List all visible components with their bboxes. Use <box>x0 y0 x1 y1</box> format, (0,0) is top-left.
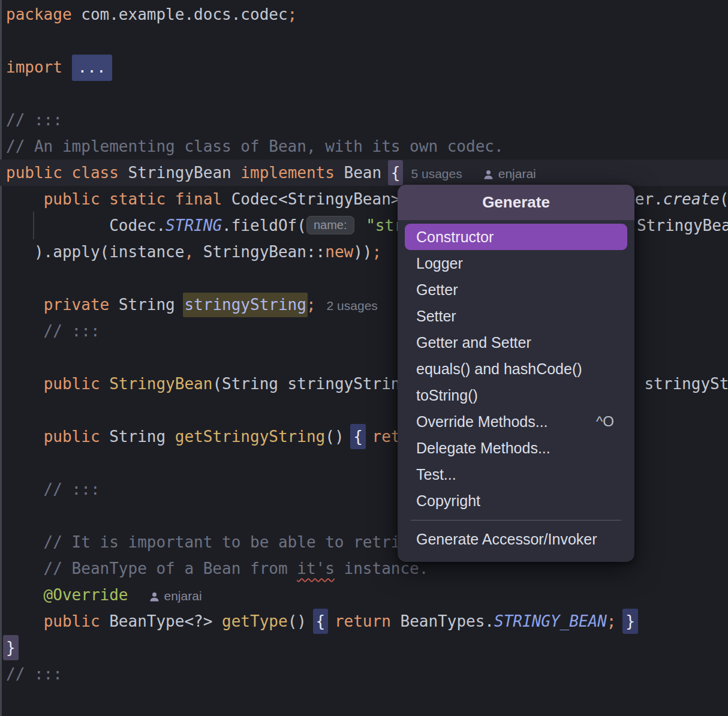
usages-inlay[interactable]: 2 usages <box>327 299 378 312</box>
code-token: Bean <box>335 164 391 182</box>
user-icon <box>483 169 494 180</box>
menu-item-override-methods[interactable]: Override Methods...^O <box>405 408 627 435</box>
vcs-author-inlay[interactable]: enjarai <box>483 167 536 180</box>
code-token: import <box>6 58 62 76</box>
code-token <box>100 375 110 393</box>
code-token: ; <box>288 5 297 23</box>
usages-inlay[interactable]: 5 usages <box>411 167 462 180</box>
code-token: STRINGY_BEAN <box>494 612 607 630</box>
code-token: create <box>663 190 720 208</box>
menu-item-getter[interactable]: Getter <box>405 276 627 303</box>
code-token: BeanTypes. <box>391 612 494 630</box>
author-name: enjarai <box>164 589 202 603</box>
param-name-hint: name: <box>306 216 354 234</box>
code-token: StringyBean <box>109 375 212 393</box>
code-token: StringyBean::getStringyString)) <box>637 212 728 239</box>
code-token <box>6 190 44 208</box>
code-line[interactable]: public class StringyBean implements Bean… <box>0 160 728 186</box>
code-token: // ::: <box>6 322 100 340</box>
code-token: class <box>72 164 119 182</box>
typo-word: it's <box>297 559 335 577</box>
code-token: private <box>44 296 110 314</box>
code-token: () <box>325 428 353 446</box>
code-token: String <box>109 296 184 314</box>
code-token: ; <box>372 243 382 261</box>
shortcut-hint: ^O <box>596 408 614 435</box>
menu-item-copyright[interactable]: Copyright <box>405 488 627 514</box>
code-token: ; <box>306 296 316 314</box>
author-name: enjarai <box>498 167 536 180</box>
code-token <box>6 375 44 393</box>
code-token: // It is important to be able to retriev… <box>6 533 466 551</box>
menu-item-label: Setter <box>416 303 456 329</box>
code-line[interactable]: @Overrideenjarai <box>0 582 728 608</box>
menu-item-logger[interactable]: Logger <box>405 250 627 276</box>
code-token: Codec. <box>6 216 166 234</box>
menu-item-constructor[interactable]: Constructor <box>405 224 627 250</box>
code-line[interactable]: } <box>0 634 728 661</box>
menu-item-test[interactable]: Test... <box>405 461 627 488</box>
menu-item-getter-and-setter[interactable]: Getter and Setter <box>405 329 627 356</box>
code-token: getType <box>222 612 288 630</box>
code-line[interactable]: import ... <box>0 54 728 80</box>
code-token: () <box>288 612 316 630</box>
code-token: implements <box>240 164 335 182</box>
generate-menu: ConstructorLoggerGetterSetterGetter and … <box>398 220 634 514</box>
code-token: public <box>44 375 100 393</box>
code-token: public <box>44 612 100 630</box>
code-token: ).apply(instance <box>6 243 184 261</box>
vcs-author-inlay[interactable]: enjarai <box>149 589 202 603</box>
code-token <box>6 296 44 314</box>
code-token: final <box>175 190 222 208</box>
menu-item-label: Logger <box>416 250 463 276</box>
code-token <box>62 164 72 182</box>
menu-item-delegate-methods[interactable]: Delegate Methods... <box>405 435 627 461</box>
code-line[interactable] <box>0 28 728 54</box>
code-line[interactable]: // ::: <box>0 107 728 133</box>
code-token: (instance -> <box>720 190 728 208</box>
menu-item-generate-accessor-invoker[interactable]: Generate Accessor/Invoker <box>405 526 627 552</box>
code-token <box>363 428 372 446</box>
code-token: String <box>100 428 175 446</box>
code-token: @Override <box>6 586 128 604</box>
code-line[interactable]: // ::: <box>0 661 728 687</box>
menu-separator <box>411 520 621 521</box>
selected-brace: } <box>622 609 638 634</box>
code-line[interactable]: public BeanType<?> getType() { return Be… <box>0 608 728 634</box>
menu-item-equals-and-hashcode[interactable]: equals() and hashCode() <box>405 356 627 382</box>
code-token: StringyBean:: <box>194 243 325 261</box>
menu-item-label: Constructor <box>416 224 494 250</box>
code-token: )) <box>353 243 372 261</box>
code-token <box>62 58 72 76</box>
folded-import-region[interactable]: ... <box>72 55 112 81</box>
code-line[interactable] <box>0 80 728 107</box>
code-token: , <box>184 243 194 261</box>
menu-item-setter[interactable]: Setter <box>405 303 627 329</box>
code-token: public <box>44 428 100 446</box>
code-token: STRING <box>166 216 222 234</box>
menu-item-label: Copyright <box>416 488 480 514</box>
user-icon <box>149 591 160 603</box>
menu-item-label: Getter <box>416 276 458 303</box>
code-line[interactable]: // An implementing class of Bean, with i… <box>0 133 728 160</box>
code-token <box>6 428 44 446</box>
code-token: StringyBean <box>119 164 241 182</box>
code-token <box>166 190 175 208</box>
code-token: // ::: <box>6 480 100 498</box>
menu-item-tostring[interactable]: toString() <box>405 382 627 408</box>
code-token: BeanType<?> <box>100 612 222 630</box>
code-token <box>6 612 44 630</box>
code-token: public <box>44 190 100 208</box>
code-token: static <box>109 190 166 208</box>
code-token: ; <box>607 612 616 630</box>
code-token: // ::: <box>6 665 62 683</box>
code-token: // ::: <box>6 111 62 129</box>
code-token: // An implementing class of Bean, with i… <box>6 137 504 155</box>
code-line[interactable] <box>0 687 728 714</box>
matched-brace: } <box>3 635 19 660</box>
menu-item-label: Override Methods... <box>416 408 548 435</box>
code-line[interactable]: package com.example.docs.codec; <box>0 1 728 28</box>
menu-item-label: Getter and Setter <box>416 329 531 356</box>
menu-item-label: Delegate Methods... <box>416 435 550 461</box>
menu-item-label: toString() <box>416 382 478 408</box>
